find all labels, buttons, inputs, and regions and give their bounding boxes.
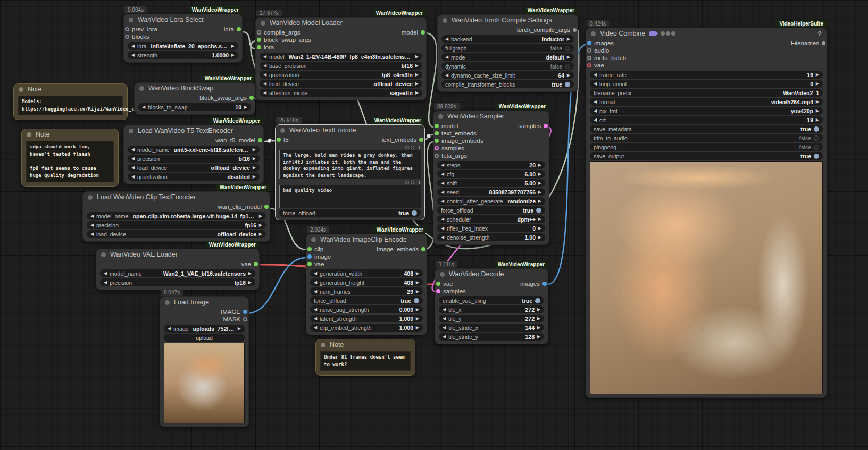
widget-right-arrow-icon[interactable]: ▶ <box>413 289 419 294</box>
circle-icon[interactable] <box>405 181 409 184</box>
input-slot-images[interactable]: images <box>587 40 614 46</box>
input-slot-samples[interactable]: samples <box>436 288 466 294</box>
input-slot-vae[interactable]: vae <box>436 281 453 287</box>
widget-left-arrow-icon[interactable]: ◀ <box>131 174 137 179</box>
node-load-wanvideo-clip-textencoder[interactable]: WanVideoWrapperLoad WanVideo Clip TextEn… <box>82 191 270 242</box>
widget-noise_aug_strength[interactable]: ◀noise_aug_strength0.000▶ <box>310 305 423 313</box>
output-slot-MASK[interactable]: MASK <box>223 316 247 322</box>
input-dot-icon[interactable] <box>307 247 312 251</box>
vhs-circle-icon[interactable] <box>671 31 675 36</box>
collapse-dot-icon[interactable] <box>440 272 445 277</box>
widget-right-arrow-icon[interactable]: ▶ <box>536 199 541 203</box>
input-slot-model[interactable]: model <box>435 123 458 129</box>
widget-right-arrow-icon[interactable]: ▶ <box>413 307 419 312</box>
widget-load_device[interactable]: ◀load_deviceoffload_device▶ <box>128 164 260 172</box>
collapse-dot-icon[interactable] <box>443 18 447 23</box>
widget-precision[interactable]: ◀precisionfp16▶ <box>87 221 266 229</box>
collapse-dot-icon[interactable] <box>88 195 93 200</box>
widget-left-arrow-icon[interactable]: ◀ <box>142 105 148 109</box>
output-slot-wan_clip_model[interactable]: wan_clip_model <box>218 203 269 210</box>
vhs-circle-icon[interactable] <box>661 31 665 36</box>
widget-right-arrow-icon[interactable]: ▶ <box>413 271 419 276</box>
output-slot-Filenames[interactable]: Filenames <box>791 40 825 46</box>
circle-icon[interactable] <box>405 146 409 149</box>
output-slot-torch_compile_args[interactable]: torch_compile_args <box>517 27 577 33</box>
widget-right-arrow-icon[interactable]: ▶ <box>564 55 570 60</box>
widget-right-arrow-icon[interactable]: ▶ <box>413 316 419 321</box>
widget-model[interactable]: ◀modelWan2_1-I2V-14B-480P_fp8_e4m3fn.saf… <box>260 53 422 61</box>
output-dot-icon[interactable] <box>249 96 254 100</box>
toggle-trim_to_audio[interactable]: trim_to_audiofalse <box>590 134 823 142</box>
widget-right-arrow-icon[interactable]: ▶ <box>536 163 541 167</box>
widget-left-arrow-icon[interactable]: ◀ <box>441 163 447 167</box>
widget-left-arrow-icon[interactable]: ◀ <box>594 81 599 86</box>
output-dot-icon[interactable] <box>419 138 423 142</box>
widget-right-arrow-icon[interactable]: ▶ <box>235 326 241 331</box>
output-slot-images[interactable]: images <box>520 281 547 287</box>
widget-tile_stride_y[interactable]: ◀tile_stride_y128▶ <box>439 333 544 341</box>
widget-left-arrow-icon[interactable]: ◀ <box>314 289 320 294</box>
widget-left-arrow-icon[interactable]: ◀ <box>441 190 447 194</box>
node-load-image[interactable]: 0.047sLoad ImageIMAGEMASK◀imageuploads_7… <box>160 296 249 427</box>
output-dot-icon[interactable] <box>243 317 247 321</box>
widget-left-arrow-icon[interactable]: ◀ <box>131 44 137 48</box>
node-wanvideo-blockswap[interactable]: WanVideoWrapperWanVideo BlockSwapblock_s… <box>134 82 255 115</box>
widget-right-arrow-icon[interactable]: ▶ <box>250 165 256 170</box>
widget-model_name[interactable]: ◀model_nameopen-clip-xlm-roberta-large-v… <box>87 212 266 220</box>
widget-denoise_strength[interactable]: ◀denoise_strength1.00▶ <box>437 233 545 241</box>
output-dot-icon[interactable] <box>243 310 247 314</box>
positive-prompt[interactable]: The large, bald man rides a gray donkey,… <box>279 150 421 179</box>
collapse-dot-icon[interactable] <box>101 252 106 257</box>
input-dot-icon[interactable] <box>435 154 439 158</box>
widget-right-arrow-icon[interactable]: ▶ <box>535 334 540 339</box>
collapse-dot-icon[interactable] <box>129 18 133 22</box>
widget-right-arrow-icon[interactable]: ▶ <box>241 105 247 109</box>
widget-left-arrow-icon[interactable]: ◀ <box>314 316 320 321</box>
widget-left-arrow-icon[interactable]: ◀ <box>263 63 269 68</box>
widget-right-arrow-icon[interactable]: ▶ <box>535 316 540 321</box>
toggle-dot-icon[interactable] <box>535 298 540 303</box>
input-dot-icon[interactable] <box>307 262 312 266</box>
widget-left-arrow-icon[interactable]: ◀ <box>441 226 447 231</box>
output-dot-icon[interactable] <box>254 262 258 266</box>
toggle-dot-icon[interactable] <box>412 210 417 216</box>
widget-precision[interactable]: ◀precisionbf16▶ <box>128 155 260 163</box>
input-dot-icon[interactable] <box>436 289 440 293</box>
widget-left-arrow-icon[interactable]: ◀ <box>594 72 599 77</box>
widget-left-arrow-icon[interactable]: ◀ <box>441 181 447 185</box>
widget-right-arrow-icon[interactable]: ▶ <box>536 181 541 185</box>
widget-left-arrow-icon[interactable]: ◀ <box>441 172 447 176</box>
input-slot-text_embeds[interactable]: text_embeds <box>435 130 477 137</box>
node-title-bar[interactable]: Load WanVideo T5 TextEncoder <box>124 125 263 136</box>
widget-riflex_freq_index[interactable]: ◀riflex_freq_index0▶ <box>437 224 545 232</box>
widget-right-arrow-icon[interactable]: ▶ <box>246 271 252 276</box>
widget-backend[interactable]: ◀backendinductor▶ <box>441 35 574 43</box>
input-slot-clip[interactable]: clip <box>307 246 323 252</box>
input-slot-lora[interactable]: lora <box>257 44 274 50</box>
widget-mode[interactable]: ◀modedefault▶ <box>441 53 574 61</box>
input-dot-icon[interactable] <box>436 282 440 286</box>
input-dot-icon[interactable] <box>277 138 281 142</box>
widget-pix_fmt[interactable]: ◀pix_fmtyuv420p▶ <box>590 107 823 115</box>
widget-right-arrow-icon[interactable]: ▶ <box>813 108 819 113</box>
output-dot-icon[interactable] <box>542 282 547 286</box>
widget-left-arrow-icon[interactable]: ◀ <box>443 325 448 330</box>
toggle-force_offload[interactable]: force_offloadtrue <box>279 209 421 217</box>
node-note-models[interactable]: NoteModels: https://huggingface.co/Kijai… <box>13 83 128 120</box>
toggle-save_metadata[interactable]: save_metadatatrue <box>590 125 823 133</box>
widget-left-arrow-icon[interactable]: ◀ <box>263 90 269 95</box>
input-dot-icon[interactable] <box>257 38 261 42</box>
node-title-bar[interactable]: WanVideo Lora Select <box>124 14 242 25</box>
widget-quantization[interactable]: ◀quantizationdisabled▶ <box>128 173 260 181</box>
widget-format[interactable]: ◀formatvideo/h264-mp4▶ <box>590 98 823 106</box>
input-dot-icon[interactable] <box>435 131 439 135</box>
widget-left-arrow-icon[interactable]: ◀ <box>445 55 451 60</box>
widget-right-arrow-icon[interactable]: ▶ <box>256 223 262 227</box>
toggle-save_output[interactable]: save_outputtrue <box>590 152 823 160</box>
widget-right-arrow-icon[interactable]: ▶ <box>229 53 235 57</box>
widget-num_frames[interactable]: ◀num_frames29▶ <box>310 287 423 295</box>
widget-right-arrow-icon[interactable]: ▶ <box>413 280 419 285</box>
widget-quantization[interactable]: ◀quantizationfp8_e4m3fn▶ <box>260 71 422 79</box>
input-slot-blocks[interactable]: blocks <box>125 33 149 40</box>
widget-seed[interactable]: ◀seed835087397707756▶ <box>437 188 545 196</box>
